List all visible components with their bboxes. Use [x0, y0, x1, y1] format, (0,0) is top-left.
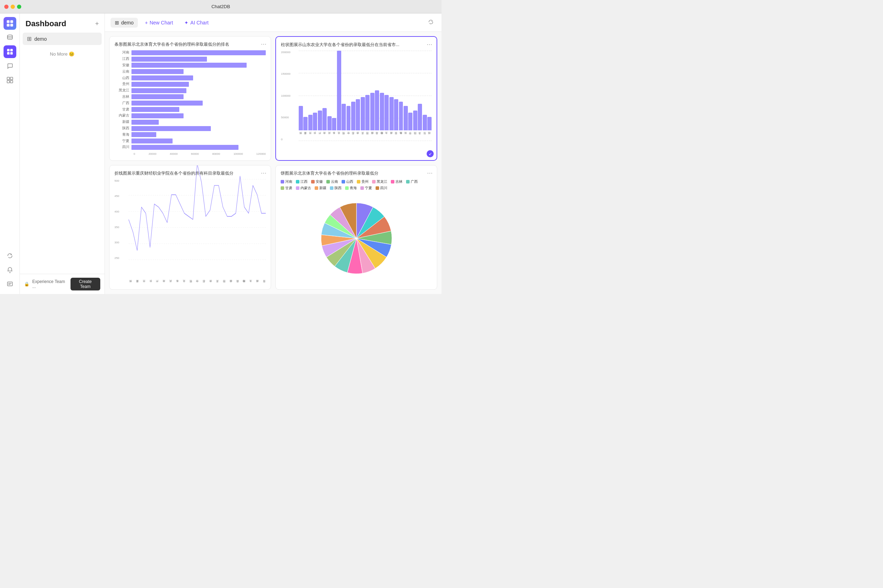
y-labels: 250300350400450500 — [114, 179, 119, 260]
legend-item: 内蒙古 — [296, 186, 311, 190]
bar-v-item — [361, 97, 365, 130]
create-team-button[interactable]: Create Team — [71, 278, 100, 291]
add-dashboard-button[interactable]: + — [95, 20, 99, 28]
bar-fill — [131, 145, 239, 150]
bell-icon[interactable] — [3, 264, 16, 276]
svg-point-4 — [8, 35, 12, 37]
chat-icon[interactable] — [3, 60, 16, 72]
bar-h-row: 四川 — [114, 145, 266, 150]
topbar: ⊞ demo + New Chart ✦ AI Chart — [105, 14, 442, 32]
ai-chart-button[interactable]: ✦ AI Chart — [180, 18, 213, 28]
bar-v-item — [399, 102, 403, 130]
chart-card-4: 饼图展示北京体育大学在各个省份的理科录取最低分 ⋯ 河南 江西 安徽 云南 山西… — [275, 165, 437, 290]
tab-label: demo — [121, 20, 134, 26]
grid-icon: ⊞ — [27, 35, 32, 42]
bar-h-row: 甘肃 — [114, 107, 266, 112]
chart-card-3: 折线图展示重庆财经职业学院在各个省份的所有科目录取最低分 ⋯ 250300350… — [109, 165, 271, 290]
legend-color — [315, 186, 318, 190]
legend-item: 江西 — [296, 179, 308, 184]
sidebar-item-demo[interactable]: ⊞ demo — [23, 33, 102, 45]
logo-icon[interactable] — [3, 17, 16, 30]
database-icon[interactable] — [3, 31, 16, 44]
minimize-button[interactable] — [11, 4, 15, 9]
svg-rect-10 — [10, 77, 13, 80]
bar-h-row: 江西 — [114, 57, 266, 62]
refresh-icon[interactable] — [3, 249, 16, 262]
maximize-button[interactable] — [17, 4, 21, 9]
chart-title-2: 柱状图展示山东农业大学在各个省份的录取最低分在当前省市... — [281, 42, 432, 48]
legend-color — [281, 180, 284, 183]
sparkle-icon: ✦ — [184, 20, 189, 26]
bar-v-item — [418, 104, 422, 130]
bar-v-item — [380, 93, 384, 130]
chart-menu-4[interactable]: ⋯ — [427, 170, 432, 176]
chart-menu-3[interactable]: ⋯ — [261, 170, 266, 176]
legend-item: 宁夏 — [360, 186, 372, 190]
legend-color — [296, 180, 299, 183]
svg-rect-3 — [10, 24, 13, 27]
bar-fill — [131, 63, 246, 68]
nav-item-label: demo — [35, 36, 47, 42]
new-chart-button[interactable]: + New Chart — [141, 18, 177, 28]
demo-tab[interactable]: ⊞ demo — [111, 18, 138, 28]
y-labels: 050000100000150000200000 — [281, 51, 291, 141]
bar-v-item — [308, 115, 312, 130]
traffic-lights — [4, 4, 21, 9]
bar-fill — [131, 69, 183, 74]
legend-item: 云南 — [326, 179, 338, 184]
bar-v-item — [427, 117, 432, 130]
svg-rect-6 — [10, 49, 13, 51]
bar-v-item — [332, 118, 336, 130]
panel-title: Dashboard — [26, 19, 66, 28]
pie-container: 河南 江西 安徽 云南 山西 贵州 黑龙江 吉林 广西 甘肃 — [281, 179, 432, 284]
extension-icon[interactable] — [3, 74, 16, 86]
bar-label: 云南 — [114, 69, 131, 74]
svg-rect-0 — [7, 20, 10, 23]
bar-h-row: 吉林 — [114, 94, 266, 99]
chart-menu-2[interactable]: ⋯ — [426, 41, 432, 48]
bar-h-row: 青海 — [114, 132, 266, 137]
chart-card-1: 条形图展示北京体育大学在各个省份的理科录取最低分的排名 ⋯ 河南 江西 安徽 — [109, 36, 271, 161]
bar-v-item — [404, 106, 408, 130]
charts-grid: 条形图展示北京体育大学在各个省份的理科录取最低分的排名 ⋯ 河南 江西 安徽 — [105, 32, 442, 294]
x-labels: 郑州石家庄兰州长沙广州南京武汉长春北京昆明南宁合肥济南太原贵阳哈尔滨南昌呼和浩特… — [129, 272, 266, 284]
svg-rect-11 — [7, 80, 10, 83]
svg-rect-7 — [7, 52, 10, 54]
bar-h-row: 内蒙古 — [114, 113, 266, 118]
close-button[interactable] — [4, 4, 9, 9]
bar-h-row: 宁夏 — [114, 138, 266, 144]
bar-label: 陕西 — [114, 126, 131, 131]
svg-rect-8 — [10, 52, 13, 54]
svg-rect-12 — [10, 80, 13, 83]
bar-h-row: 陕西 — [114, 126, 266, 131]
legend-item: 河南 — [281, 179, 292, 184]
bar-v-item — [318, 111, 322, 130]
dashboard-icon[interactable] — [3, 45, 16, 58]
legend-item: 四川 — [375, 186, 387, 190]
legend-item: 黑龙江 — [372, 179, 387, 184]
svg-rect-13 — [8, 282, 12, 286]
bar-v-item — [327, 116, 332, 130]
bar-label: 内蒙古 — [114, 113, 131, 118]
legend-color — [372, 180, 375, 183]
legend-color — [330, 186, 333, 190]
bar-h-row: 河南 — [114, 50, 266, 55]
bar-fill — [131, 100, 203, 105]
bar-v-item — [323, 108, 327, 130]
bar-v-item — [365, 95, 369, 130]
legend-item: 安徽 — [311, 179, 323, 184]
new-chart-label: New Chart — [150, 20, 173, 26]
bar-label: 河南 — [114, 50, 131, 55]
legend-item: 广西 — [406, 179, 418, 184]
bar-label: 四川 — [114, 145, 131, 150]
x-labels: 郑州石家庄兰州长沙广州南京武汉长春北京昆明南宁合肥济南太原贵阳哈尔滨南昌呼和浩特… — [299, 130, 432, 143]
message-icon[interactable] — [3, 278, 16, 291]
refresh-button[interactable] — [426, 17, 436, 28]
bar-label: 广西 — [114, 101, 131, 105]
bar-label: 黑龙江 — [114, 88, 131, 93]
card-indicator: ↙ — [426, 150, 434, 157]
bar-label: 甘肃 — [114, 107, 131, 112]
ai-chart-label: AI Chart — [190, 20, 208, 26]
left-panel: Dashboard + ⊞ demo No More 😐 🔒 Experienc… — [20, 14, 105, 294]
chart-menu-1[interactable]: ⋯ — [261, 41, 266, 48]
